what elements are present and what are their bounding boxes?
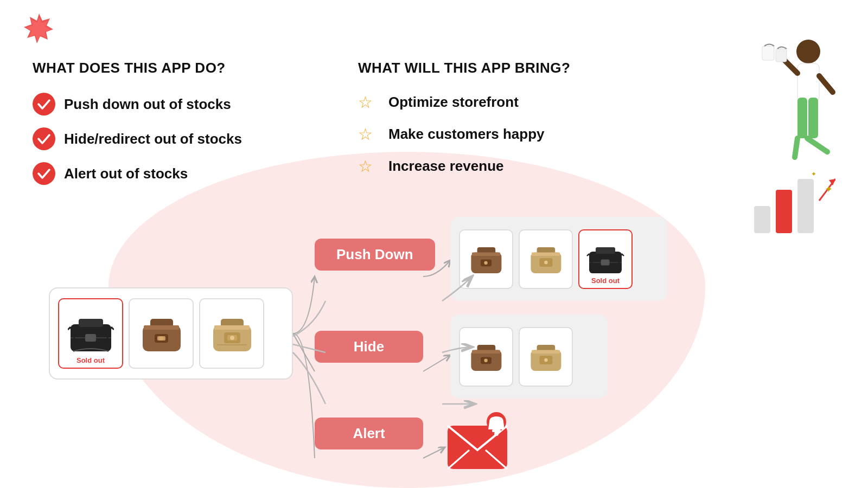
feature-text-2: Hide/redirect out of stocks	[64, 131, 242, 147]
result-push-product-2	[519, 229, 573, 289]
chart-decoration: ✦ ✦	[749, 168, 835, 241]
svg-rect-11	[762, 46, 774, 60]
bag-icon-3	[209, 313, 255, 354]
svg-rect-51	[596, 247, 615, 254]
svg-point-62	[484, 358, 487, 362]
svg-point-67	[544, 358, 547, 361]
check-icon-1	[33, 93, 55, 115]
svg-rect-4	[797, 63, 819, 101]
svg-rect-12	[776, 49, 787, 62]
svg-rect-6	[808, 98, 818, 138]
benefit-text-2: Make customers happy	[388, 126, 545, 143]
star-icon-1: ☆	[358, 93, 380, 112]
hide-button[interactable]: Hide	[315, 331, 423, 363]
feature-item-1: Push down out of stocks	[33, 93, 304, 115]
svg-rect-5	[797, 98, 807, 138]
check-icon-3	[33, 162, 55, 185]
alert-icon-container	[445, 407, 521, 479]
svg-rect-60	[472, 350, 500, 353]
hide-result-box	[450, 314, 608, 399]
feature-item-2: Hide/redirect out of stocks	[33, 127, 304, 150]
svg-rect-15	[797, 179, 814, 233]
source-product-card-3	[199, 298, 264, 369]
svg-point-1	[33, 127, 55, 150]
result-push-product-3: Sold out	[578, 229, 633, 289]
svg-point-0	[33, 93, 55, 115]
bag-icon-2	[138, 313, 184, 354]
push-down-button[interactable]: Push Down	[315, 239, 435, 271]
svg-rect-47	[532, 252, 560, 255]
result-bag-3	[586, 243, 624, 275]
feature-item-3: Alert out of stocks	[33, 162, 304, 185]
svg-point-32	[159, 336, 163, 341]
svg-text:✦: ✦	[811, 170, 816, 178]
left-section: WHAT DOES THIS APP DO? Push down out of …	[33, 60, 304, 197]
right-section: WHAT WILL THIS APP BRING? ☆ Optimize sto…	[358, 60, 629, 189]
right-section-title: WHAT WILL THIS APP BRING?	[358, 60, 629, 76]
app-logo	[22, 11, 57, 48]
result-bag-2	[527, 243, 565, 275]
star-icon-2: ☆	[358, 125, 380, 144]
svg-text:✦: ✦	[825, 184, 833, 195]
result-hide-product-1	[459, 327, 513, 387]
benefit-item-3: ☆ Increase revenue	[358, 157, 629, 176]
bag-icon-1	[68, 313, 114, 354]
push-down-result-box: Sold out	[450, 217, 667, 301]
feature-text-3: Alert out of stocks	[64, 165, 188, 182]
svg-rect-42	[472, 252, 500, 255]
svg-rect-14	[776, 190, 792, 233]
feature-text-1: Push down out of stocks	[64, 96, 231, 113]
svg-rect-13	[754, 206, 770, 233]
svg-rect-65	[532, 350, 560, 353]
svg-rect-20	[79, 319, 103, 327]
check-icon-2	[33, 127, 55, 150]
diagram: Sold out	[33, 211, 684, 477]
result-push-product-1	[459, 229, 513, 289]
svg-rect-53	[601, 259, 610, 265]
source-product-card-1: Sold out	[58, 298, 123, 369]
benefit-item-2: ☆ Make customers happy	[358, 125, 629, 144]
result-bag-1	[467, 243, 505, 275]
benefit-text-3: Increase revenue	[388, 158, 503, 175]
result-hide-bag-1	[467, 341, 505, 373]
svg-line-9	[807, 138, 827, 152]
source-product-card-2	[129, 298, 194, 369]
svg-point-73	[494, 432, 499, 436]
alert-envelope-icon	[445, 407, 521, 477]
svg-point-49	[544, 260, 547, 264]
svg-point-44	[484, 261, 487, 264]
svg-rect-35	[214, 325, 250, 330]
svg-rect-22	[85, 334, 96, 342]
svg-rect-29	[144, 325, 179, 330]
source-products-box: Sold out	[49, 287, 293, 380]
sold-out-label-push-result: Sold out	[591, 277, 620, 285]
benefit-item-1: ☆ Optimize storefront	[358, 93, 629, 112]
svg-line-8	[819, 76, 833, 92]
star-icon-3: ☆	[358, 157, 380, 176]
alert-button[interactable]: Alert	[315, 418, 423, 450]
person-decoration	[749, 33, 846, 170]
svg-line-10	[795, 138, 797, 157]
left-section-title: WHAT DOES THIS APP DO?	[33, 60, 304, 76]
svg-point-38	[230, 336, 234, 340]
svg-point-2	[33, 162, 55, 185]
result-hide-product-2	[519, 327, 573, 387]
result-hide-bag-2	[527, 341, 565, 373]
svg-point-3	[796, 40, 820, 63]
sold-out-label-source: Sold out	[76, 356, 105, 364]
benefit-text-1: Optimize storefront	[388, 94, 519, 111]
